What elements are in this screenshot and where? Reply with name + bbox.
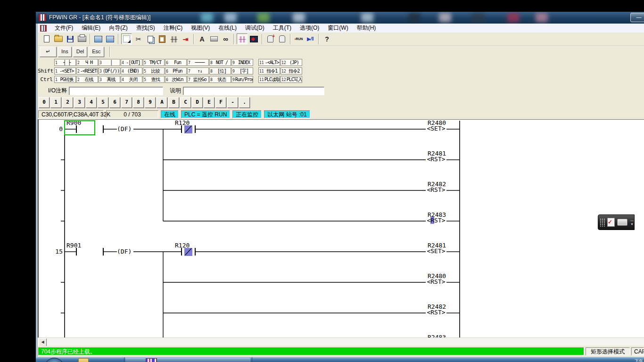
- run-mode-icon[interactable]: •RUN: [293, 33, 304, 44]
- menu-options[interactable]: 选项(O): [296, 23, 323, 33]
- fkey-shift-f6[interactable]: 6PFun: [165, 67, 187, 74]
- fkey-ctrl-f8[interactable]: 8状态: [209, 76, 231, 83]
- language-bar[interactable]: — ▼: [598, 214, 635, 230]
- langbar-minimize-icon[interactable]: —: [630, 219, 634, 222]
- scroll-left-button[interactable]: ◀: [39, 338, 47, 346]
- numpad-key-6[interactable]: 6: [109, 97, 120, 108]
- fkey-ctrl-f9[interactable]: 9Run/Prog: [231, 76, 253, 83]
- fkey-ctrl-f2[interactable]: 2在线: [76, 76, 98, 83]
- ime-document-icon[interactable]: [607, 218, 615, 227]
- numpad-key-D[interactable]: D: [192, 97, 203, 108]
- menu-help[interactable]: 帮助(H): [353, 23, 380, 33]
- menu-online[interactable]: 在线(L): [214, 23, 241, 33]
- online-status-badge[interactable]: 在线: [161, 110, 179, 118]
- numpad-key-A[interactable]: A: [157, 97, 167, 108]
- numpad-key-9[interactable]: 9: [145, 97, 156, 108]
- numpad-key-1[interactable]: 1: [50, 97, 61, 108]
- io-comment-input[interactable]: [69, 87, 163, 95]
- fkey-f4[interactable]: 4-[OUT]: [121, 59, 142, 66]
- menu-wizard[interactable]: 向导(Z): [105, 23, 132, 33]
- online-connect-icon[interactable]: +: [265, 33, 276, 44]
- fkey-f6[interactable]: 6Fun: [165, 59, 187, 66]
- fkey-shift-f7[interactable]: 7↑↓: [187, 67, 209, 74]
- fkey-f9[interactable]: 9INDEX: [231, 59, 253, 66]
- fkey-ctrl-f7[interactable]: 7监控Go: [187, 76, 209, 83]
- save-icon[interactable]: [65, 33, 75, 44]
- ladder-symbols-icon[interactable]: ╫╫: [168, 33, 179, 44]
- drag-handle-icon[interactable]: [600, 218, 606, 227]
- fkey-shift-f3[interactable]: 3(DF(/)): [99, 67, 120, 74]
- numpad-key-5[interactable]: 5: [98, 97, 108, 108]
- fkey-ctrl-f6[interactable]: 6次Win: [165, 76, 187, 83]
- menu-window[interactable]: 窗口(W): [323, 23, 352, 33]
- fkey-shift-f9[interactable]: 9[字]: [231, 67, 253, 74]
- enter-key[interactable]: ↵: [40, 47, 57, 57]
- offline-icon[interactable]: [277, 33, 288, 44]
- numpad-key-4[interactable]: 4: [86, 97, 97, 108]
- fkey-ctrl-f11[interactable]: 11PLC读取: [258, 76, 280, 83]
- description-input[interactable]: [183, 87, 324, 95]
- fkey-f5[interactable]: 5TM/CT: [143, 59, 165, 66]
- convert-icon[interactable]: ⇥: [180, 33, 191, 44]
- fkey-shift-f11[interactable]: 11指令1: [258, 67, 280, 74]
- fkey-f2[interactable]: 2Ч Н: [76, 59, 98, 66]
- select-mode-icon[interactable]: [121, 33, 132, 44]
- open-icon[interactable]: [53, 33, 64, 44]
- monitor-screen-icon[interactable]: [248, 33, 259, 44]
- paste-icon[interactable]: [157, 33, 167, 44]
- numpad-key-7[interactable]: 7: [121, 97, 132, 108]
- new-icon[interactable]: [41, 33, 52, 44]
- taskbar-window-button[interactable]: [125, 358, 250, 362]
- fkey-ctrl-f12[interactable]: 12PLC写入: [281, 76, 302, 83]
- explorer-icon[interactable]: [78, 358, 89, 362]
- menu-search[interactable]: 查找(S): [132, 23, 159, 33]
- run-prog-toggle-icon[interactable]: ▶⁄‖: [305, 33, 316, 44]
- ladder-editor[interactable]: 0R900(DF)R120R2480<SET>R2481<RST>R2482<R…: [38, 119, 644, 337]
- comment-block-icon[interactable]: [208, 33, 219, 44]
- esc-key[interactable]: Esc: [89, 47, 104, 57]
- fkey-f8[interactable]: 8NOT /: [209, 59, 231, 66]
- monitor-ladder-icon[interactable]: ╫╫: [237, 33, 248, 44]
- numpad-key-F[interactable]: F: [215, 97, 226, 108]
- horizontal-scrollbar[interactable]: ◀: [38, 337, 644, 346]
- fkey-f11[interactable]: 11-<ALT>: [258, 59, 280, 66]
- monitoring-badge[interactable]: 正在监控: [232, 110, 262, 118]
- numpad-key--[interactable]: -: [227, 97, 238, 108]
- cut-icon[interactable]: ✂: [133, 33, 144, 44]
- upload-from-plc-icon[interactable]: ↑: [93, 33, 104, 44]
- fkey-ctrl-f3[interactable]: 3离线: [99, 76, 120, 83]
- fkey-shift-f5[interactable]: 5比较: [143, 67, 165, 74]
- numpad-key-B[interactable]: B: [168, 97, 179, 108]
- fkey-shift-f4[interactable]: 4(END): [121, 67, 142, 74]
- text-icon[interactable]: A: [197, 33, 207, 44]
- copy-icon[interactable]: [145, 33, 156, 44]
- numpad-key-8[interactable]: 8: [133, 97, 144, 108]
- numpad-key-2[interactable]: 2: [62, 97, 73, 108]
- fkey-f7[interactable]: 7────: [187, 59, 209, 66]
- fkey-ctrl-f1[interactable]: 1PG转换: [54, 76, 76, 83]
- start-button[interactable]: [44, 358, 64, 362]
- menu-edit[interactable]: 编辑(E): [77, 23, 105, 33]
- menu-debug[interactable]: 调试(D): [241, 23, 269, 33]
- menu-comment[interactable]: 注释(C): [159, 23, 187, 33]
- numpad-key-3[interactable]: 3: [74, 97, 85, 108]
- titlebar[interactable]: FPWIN GR - [未命名1 (符号梯形图编辑)] —: [36, 12, 644, 24]
- help-icon[interactable]: ?: [322, 33, 332, 44]
- numpad-key-0[interactable]: 0: [39, 97, 50, 108]
- download-to-plc-icon[interactable]: ↓: [105, 33, 116, 44]
- fkey-f12[interactable]: 12(JP): [281, 59, 302, 66]
- fkey-ctrl-f4[interactable]: 4关闭: [121, 76, 142, 83]
- menu-tools[interactable]: 工具(T): [269, 23, 296, 33]
- del-key[interactable]: Del: [73, 47, 88, 57]
- fkey-f1[interactable]: 1┤ ├: [54, 59, 76, 66]
- fkey-shift-f8[interactable]: 8[位]: [209, 67, 231, 74]
- fkey-shift-f2[interactable]: 2-<RESET>: [76, 67, 98, 74]
- keyboard-icon[interactable]: [617, 219, 627, 226]
- numpad-key-.[interactable]: .: [239, 97, 250, 108]
- find-icon[interactable]: ∞: [220, 33, 231, 44]
- menu-file[interactable]: 文件(F): [50, 23, 77, 33]
- menu-view[interactable]: 视图(V): [187, 23, 214, 33]
- fkey-shift-f12[interactable]: 12指令2: [281, 67, 302, 74]
- fkey-ctrl-f5[interactable]: 5查找: [143, 76, 165, 83]
- fkey-f3[interactable]: 3│: [99, 59, 120, 66]
